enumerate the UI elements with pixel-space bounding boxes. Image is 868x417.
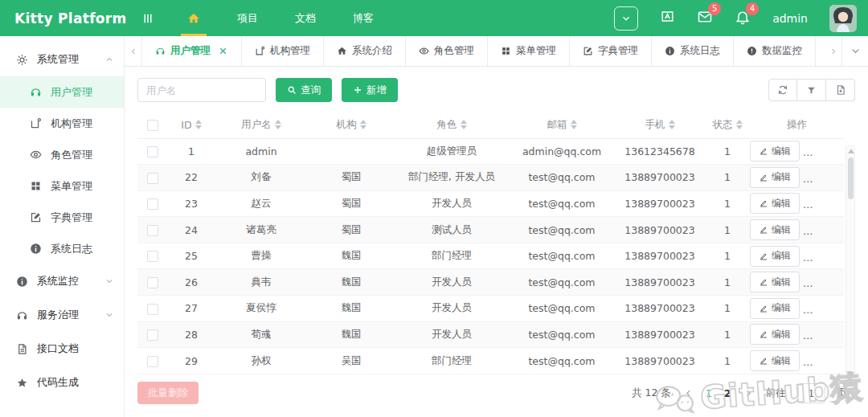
column-header-email[interactable]: 邮箱 [509,112,615,138]
sidebar-item-system-log[interactable]: 系统日志 [0,233,124,264]
add-button[interactable]: 新增 [342,78,398,102]
row-checkbox[interactable] [147,304,158,315]
delete-button[interactable]: 删除 [809,298,844,319]
scroll-down-arrow[interactable] [848,372,854,377]
tab-service[interactable]: 服务 [816,36,825,66]
tab-data-monitor[interactable]: 数据监控 [734,36,816,66]
row-checkbox[interactable] [147,277,158,288]
sidebar-group-system-monitor[interactable]: 系统监控 [0,264,124,298]
row-checkbox[interactable] [147,173,158,184]
page-number-2[interactable]: 2 [724,387,731,399]
tab-menu-mgmt[interactable]: 菜单管理 [488,36,570,66]
edit-button[interactable]: 编辑 [750,167,800,188]
delete-button[interactable]: 删除 [809,167,844,188]
sort-icon[interactable] [195,120,202,129]
edit-button[interactable]: 编辑 [750,141,800,161]
pagination: 共 12 条 1 2 前往 页 [632,383,847,403]
edit-button[interactable]: 编辑 [750,324,800,345]
sort-icon[interactable] [275,120,281,129]
sidebar-item-menu-mgmt[interactable]: 菜单管理 [0,170,124,202]
sidebar-item-code-gen[interactable]: 代码生成 [0,366,124,399]
row-checkbox[interactable] [147,198,158,210]
cell-status: 1 [705,269,750,296]
next-page-button[interactable] [743,388,754,399]
sidebar-item-user-mgmt[interactable]: 用户管理 [0,76,124,108]
sidebar-group-system-mgmt[interactable]: 系统管理 [0,43,124,76]
row-checkbox[interactable] [147,356,158,367]
sort-icon[interactable] [360,120,366,129]
sort-icon[interactable] [571,120,577,129]
topnav-blog[interactable]: 博客 [334,0,392,36]
search-input[interactable] [137,78,266,102]
delete-button[interactable]: 删除 [809,350,844,371]
edit-button[interactable]: 编辑 [750,246,800,267]
cell-username: admin [215,138,308,165]
export-button[interactable] [826,79,855,101]
filter-button[interactable] [797,79,826,101]
delete-button[interactable]: 删除 [809,246,844,267]
notifications-button[interactable]: 4 [735,9,751,28]
language-switch-button[interactable] [660,9,675,27]
delete-button[interactable]: 删除 [809,193,844,214]
cell-email: test@qq.com [509,217,615,243]
cell-id: 22 [168,165,215,191]
row-checkbox[interactable] [147,146,158,157]
column-header-status[interactable]: 状态 [705,112,750,138]
tab-options-dropdown-button[interactable] [841,36,868,66]
tab-system-log[interactable]: 系统日志 [652,36,734,66]
page-number-1[interactable]: 1 [706,387,712,399]
scroll-up-arrow[interactable] [848,149,854,153]
tab-user-mgmt[interactable]: 用户管理 [142,36,242,66]
chevron-down-icon [620,13,632,24]
row-checkbox[interactable] [147,225,158,236]
close-icon[interactable] [218,46,228,56]
edit-button[interactable]: 编辑 [750,219,800,240]
topnav-docs[interactable]: 文档 [276,0,334,36]
sidebar-item-dict-mgmt[interactable]: 字典管理 [0,202,124,233]
delete-button[interactable]: 删除 [809,324,844,345]
column-header-username[interactable]: 用户名 [215,112,308,138]
tab-scroll-left-button[interactable] [125,36,142,66]
user-avatar[interactable] [829,5,857,32]
refresh-button[interactable] [768,79,797,101]
topnav-home[interactable] [169,0,219,36]
sort-icon[interactable] [669,120,675,129]
delete-button[interactable]: 删除 [809,141,844,161]
column-header-id[interactable]: ID [168,112,215,138]
goto-page-input[interactable] [798,383,825,403]
sidebar-item-org-mgmt[interactable]: 机构管理 [0,108,124,139]
delete-button[interactable]: 删除 [809,219,844,240]
sidebar-collapse-button[interactable] [127,0,169,36]
sidebar-item-label: 系统日志 [51,242,92,256]
delete-button[interactable]: 删除 [809,272,844,292]
row-checkbox[interactable] [147,251,158,262]
column-header-mobile[interactable]: 手机 [615,112,705,138]
tab-scroll-right-button[interactable] [825,36,841,66]
edit-button[interactable]: 编辑 [750,350,800,371]
column-header-role[interactable]: 角色 [395,112,509,138]
sidebar-item-role-mgmt[interactable]: 角色管理 [0,139,124,170]
tab-role-mgmt[interactable]: 角色管理 [406,36,488,66]
sort-icon[interactable] [461,120,467,129]
edit-button[interactable]: 编辑 [750,272,800,292]
query-button[interactable]: 查询 [276,78,332,102]
edit-button[interactable]: 编辑 [750,193,800,214]
prev-page-button[interactable] [683,388,694,399]
sort-icon[interactable] [736,120,743,129]
topnav-project[interactable]: 项目 [219,0,276,36]
batch-delete-button[interactable]: 批量删除 [137,382,199,404]
tab-dict-mgmt[interactable]: 字典管理 [570,36,652,66]
select-all-checkbox[interactable] [147,120,158,131]
messages-button[interactable]: 5 [697,9,713,28]
current-user-name[interactable]: admin [772,12,808,25]
row-checkbox[interactable] [147,329,158,341]
tab-org-mgmt[interactable]: 机构管理 [242,36,324,66]
column-header-org[interactable]: 机构 [308,112,395,138]
scrollbar-thumb[interactable] [848,157,854,199]
sidebar-group-service-gov[interactable]: 服务治理 [0,298,124,332]
edit-button[interactable]: 编辑 [750,298,800,319]
tab-system-intro[interactable]: 系统介绍 [324,36,406,66]
sidebar-item-api-docs[interactable]: 接口文档 [0,332,124,366]
fullscreen-toggle-button[interactable] [614,6,638,31]
app-logo: Kitty Platform [0,0,127,36]
